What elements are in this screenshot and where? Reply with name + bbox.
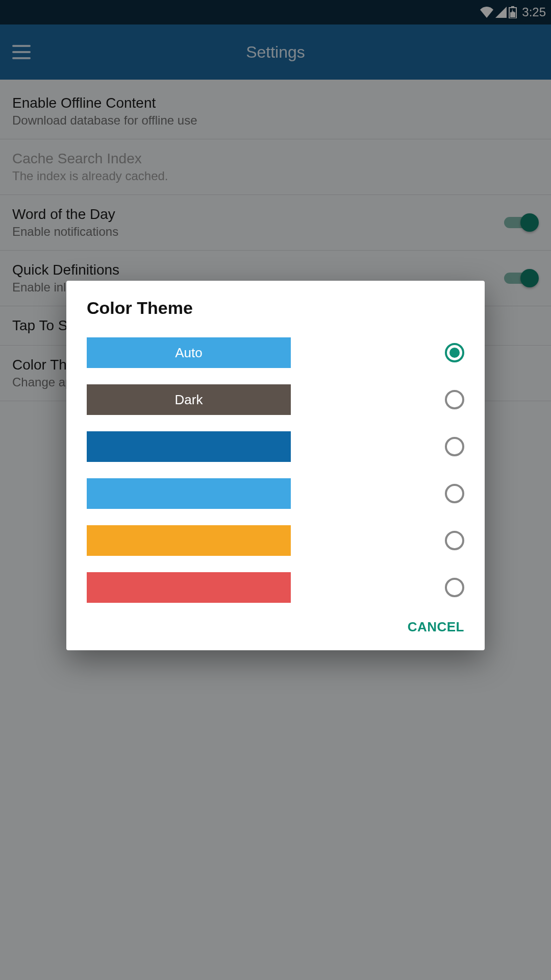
theme-swatch: Auto: [87, 337, 291, 368]
color-theme-dialog: Color Theme AutoDark CANCEL: [66, 281, 485, 650]
theme-option-2[interactable]: [87, 423, 464, 470]
theme-option-0[interactable]: Auto: [87, 329, 464, 376]
theme-option-4[interactable]: [87, 517, 464, 564]
theme-swatch: [87, 478, 291, 509]
theme-radio[interactable]: [445, 437, 464, 456]
theme-option-3[interactable]: [87, 470, 464, 517]
theme-swatch: [87, 525, 291, 556]
dialog-title: Color Theme: [66, 298, 485, 324]
theme-swatch: [87, 572, 291, 603]
theme-swatch: [87, 431, 291, 462]
theme-options: AutoDark: [66, 324, 485, 611]
theme-radio[interactable]: [445, 531, 464, 550]
theme-radio[interactable]: [445, 390, 464, 409]
theme-option-5[interactable]: [87, 564, 464, 611]
theme-radio[interactable]: [445, 484, 464, 503]
theme-radio[interactable]: [445, 343, 464, 362]
theme-swatch: Dark: [87, 384, 291, 415]
cancel-button[interactable]: CANCEL: [408, 619, 464, 635]
dialog-overlay[interactable]: Color Theme AutoDark CANCEL: [0, 0, 551, 980]
theme-option-1[interactable]: Dark: [87, 376, 464, 423]
theme-radio[interactable]: [445, 578, 464, 597]
